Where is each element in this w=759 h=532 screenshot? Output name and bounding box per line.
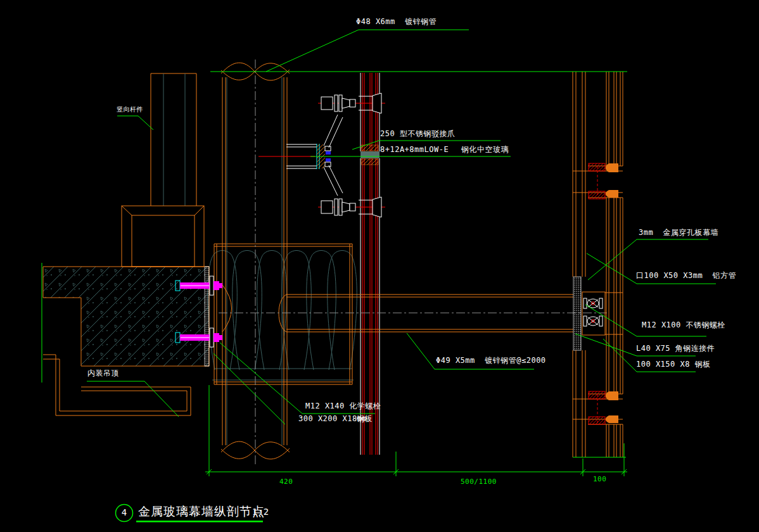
label-angle-connector: L40 X75 角钢连接件 [636, 345, 715, 353]
label-ss-bolt: M12 X100 不锈钢螺栓 [642, 321, 725, 329]
spider-bolt-upper [318, 93, 385, 113]
label-ceiling: 内装吊顶 [87, 369, 119, 377]
end-plate [573, 277, 581, 350]
main-column [221, 60, 290, 465]
panel-joint-lower [589, 391, 618, 424]
dimension-line [205, 385, 627, 476]
spider-bolt-lower [318, 197, 385, 217]
dim-100: 100 [593, 475, 606, 483]
concrete-slab [43, 267, 209, 366]
label-embed-plate-2: 钢板 [357, 415, 373, 423]
embed-plate-section [205, 267, 209, 366]
cad-drawing-viewport: Φ48 X6mm 镀锌钢管 250 型不锈钢驳接爪 8+12A+8mmLOW-E… [0, 0, 759, 532]
label-glass-name: 钢化中空玻璃 [461, 146, 509, 154]
drawing-title: 金属玻璃幕墙纵剖节点 [138, 504, 265, 520]
label-glass-spec: 8+12A+8mmLOW-E [380, 146, 449, 154]
title-underline [136, 521, 263, 522]
label-aluminum-tube: 口100 X50 X3mm 铝方管 [636, 272, 736, 280]
label-chemical-bolt: M12 X140 化学螺栓 [305, 402, 381, 410]
label-top-pipe: Φ48 X6mm 镀锌钢管 [356, 18, 437, 26]
label-vertical-member: 竖向杆件 [117, 105, 143, 113]
glass-unit [360, 73, 380, 455]
drawing-scale: 1:2 [252, 507, 269, 517]
right-curtain-wall [573, 72, 623, 457]
glass-joint-sealant [360, 151, 380, 158]
drawing-canvas [0, 0, 759, 532]
dim-420: 420 [279, 478, 293, 486]
left-vertical-member [122, 73, 204, 267]
dim-500-1100: 500/1100 [461, 478, 497, 486]
detail-number: 4 [119, 507, 129, 517]
label-mid-pipe: Φ49 X5mm 镀锌钢管@≤2000 [436, 357, 546, 365]
wall-bolt-lower [584, 316, 603, 326]
horizontal-pipe [219, 277, 607, 350]
wall-bolt-upper [584, 298, 603, 308]
label-perforated-panel: 3mm 金属穿孔板幕墙 [639, 229, 718, 237]
label-steel-plate: 100 X150 X8 钢板 [636, 360, 711, 369]
panel-joint-upper [589, 163, 618, 199]
label-spider-fitting: 250 型不锈钢驳接爪 [380, 130, 455, 138]
